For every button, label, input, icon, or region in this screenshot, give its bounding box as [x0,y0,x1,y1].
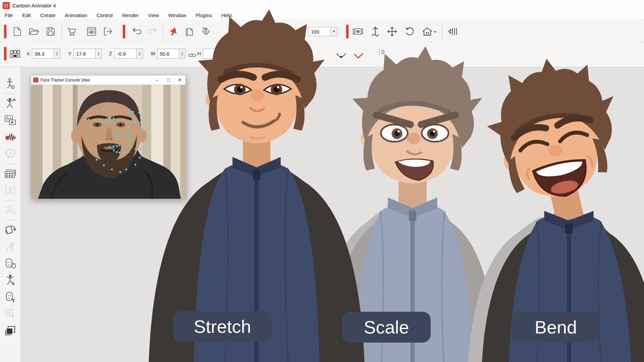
tracking-dot [128,151,129,153]
tracking-dot [130,145,132,147]
pin-to-top-button[interactable] [370,26,380,37]
link-wh-button[interactable] [187,50,197,60]
title-bar[interactable]: Cartoon Animator 4 [0,0,644,11]
spinner-up-icon: ▲ [139,51,141,54]
menu-help[interactable]: Help [217,12,236,18]
camera-preview-button[interactable] [353,26,363,37]
tracking-dot [87,129,89,131]
tracking-dot [115,133,116,135]
audio-mixer-button[interactable] [447,26,458,37]
menu-edit[interactable]: Edit [17,12,36,18]
z-field[interactable]: -0.9 [114,49,137,59]
x-spinner[interactable]: ▲▼ [54,49,60,59]
menu-file[interactable]: File [0,12,17,18]
spinner-down-icon: ▼ [98,54,100,56]
tracking-dot [123,144,125,146]
content-store-button[interactable] [66,26,76,37]
export-button[interactable] [103,26,113,37]
y-spinner[interactable]: ▲▼ [96,49,102,59]
rotate-arrow-icon [405,26,415,37]
rotate-tool-button[interactable] [405,26,415,37]
sidebar-face-key-edit[interactable] [3,290,18,304]
maximize-button[interactable]: □ [163,75,174,85]
tracking-dot [125,132,126,134]
spinner-down-icon: ▼ [181,54,183,56]
y-field[interactable]: 17.6 [73,49,96,59]
tracking-dot [140,122,141,123]
x-field[interactable]: 39.3 [32,49,54,59]
w-spinner[interactable]: ▲▼ [179,49,185,59]
undo-button[interactable] [131,26,142,37]
tracking-dot [128,137,130,138]
ease-curve-button[interactable] [336,51,346,61]
face-tracker-logo-icon [33,77,38,82]
paint-bucket-icon [201,27,211,36]
sidebar-record-audio[interactable] [3,130,18,144]
home-view-button[interactable] [421,26,437,37]
hand-figure-icon [5,242,16,252]
layout-grid-button[interactable] [10,49,20,59]
tracking-dot [135,148,137,149]
move-tool-button[interactable] [387,26,397,37]
new-project-button[interactable] [12,26,22,37]
preview-button[interactable] [87,26,97,37]
toolbar-separator [442,24,442,39]
maximize-icon: □ [167,77,170,82]
tracking-dot [109,146,110,148]
sidebar-face-puppet[interactable] [3,256,18,271]
tracking-dot [135,164,136,166]
tracking-dot [125,169,127,170]
opacity-value-field[interactable]: 100 [308,27,331,36]
close-button[interactable]: ✕ [174,75,185,85]
menu-control[interactable]: Control [92,12,117,18]
toolbar-red-separator [346,25,348,38]
angle-value-field[interactable]: 0 [379,49,384,55]
tracking-dot [104,122,106,123]
sidebar-motion-animation[interactable] [3,96,18,111]
tracking-dot [110,122,111,123]
sidebar-layer-duplicate[interactable] [3,323,18,338]
select-tool-button[interactable] [168,26,178,37]
open-project-button[interactable] [29,26,39,37]
h-field[interactable] [203,49,225,59]
chevron-down-icon: ▼ [333,30,336,33]
paint-bucket-button[interactable] [201,26,211,37]
menu-plugins[interactable]: Plugins [191,12,217,18]
sidebar-text-bubble: T [3,146,18,161]
menu-animation[interactable]: Animation [60,12,92,18]
sidebar-composer-keyboard[interactable] [3,166,18,181]
tracking-dot [108,118,110,119]
tracking-dot [127,127,129,129]
stretch-label-text: Stretch [194,316,251,337]
tracking-dot [142,130,143,132]
save-floppy-icon [46,27,55,36]
audio-levels-icon [447,27,458,36]
minimize-button[interactable]: – [151,75,163,85]
camera-eye-icon [353,27,363,36]
menu-window[interactable]: Window [164,12,191,18]
menu-render[interactable]: Render [117,12,143,18]
y-label: Y [68,51,71,56]
close-icon: ✕ [178,77,182,82]
tracking-dot [111,169,113,170]
sidebar-body-puppet[interactable] [3,273,18,288]
save-project-button[interactable] [46,26,56,37]
redo-icon [148,27,158,36]
sidebar-media-props[interactable] [3,113,18,128]
keyboard-grid-icon [5,169,16,178]
opacity-dropdown-button[interactable]: ▼ [330,27,338,36]
tracking-dot [123,151,125,153]
link-chain-icon [189,53,196,58]
open-folder-icon [29,27,39,36]
z-spinner[interactable]: ▲▼ [137,49,143,59]
menu-create[interactable]: Create [36,12,60,18]
duplicate-button[interactable] [184,26,195,37]
x-label: X [26,51,30,56]
tracking-dot [88,119,90,120]
face-tracker-titlebar[interactable]: Face Tracker Console View – □ ✕ [31,75,185,85]
w-field[interactable]: 50.6 [157,49,179,59]
menu-view[interactable]: View [143,12,163,18]
sidebar-actor-setup[interactable] [3,76,18,91]
red-check-button[interactable] [354,51,364,61]
sidebar-flip-cards[interactable] [3,223,18,237]
